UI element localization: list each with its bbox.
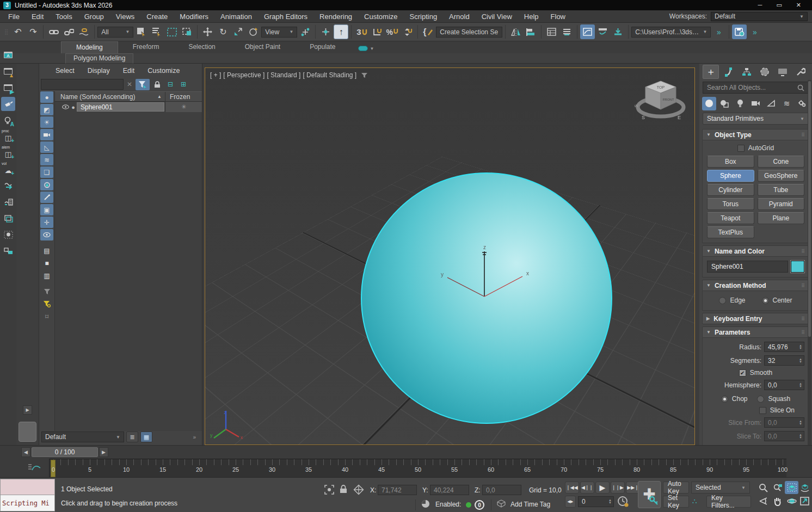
- display-cameras-icon[interactable]: [40, 129, 53, 140]
- detail-view-icon[interactable]: ▥: [40, 270, 53, 281]
- selection-lock-icon[interactable]: [340, 485, 347, 494]
- name-color-header[interactable]: ▼ Name and Color ⠿: [702, 245, 809, 257]
- autogrid-checkbox[interactable]: [737, 145, 745, 152]
- snap-toggle-3d-button[interactable]: 3: [354, 24, 369, 39]
- menu-item[interactable]: Arnold: [443, 13, 476, 21]
- restore-button[interactable]: ▭: [776, 2, 782, 9]
- spinner-snap-toggle[interactable]: [400, 24, 415, 39]
- object-type-button[interactable]: Sphere: [707, 170, 754, 182]
- explorer-menu-item[interactable]: Customize: [141, 67, 186, 75]
- add-time-tag-text[interactable]: Add Time Tag: [510, 501, 550, 508]
- material-paint-icon[interactable]: [1, 97, 15, 111]
- next-frame-button-anim[interactable]: ❘❘▶: [611, 482, 625, 494]
- zoom-icon[interactable]: [756, 481, 770, 494]
- ribbon-tab[interactable]: Selection: [174, 41, 230, 53]
- menu-item[interactable]: Views: [110, 13, 140, 21]
- edit-named-selection-sets-button[interactable]: {: [421, 24, 435, 39]
- viewcube[interactable]: TOP FRONT S E W: [635, 75, 687, 124]
- viewport-pov-menu[interactable]: [ Perspective ]: [223, 71, 264, 79]
- radius-spinner[interactable]: 45,976▲▼: [764, 342, 804, 352]
- tab-utilities[interactable]: [792, 65, 809, 79]
- x-coordinate-field[interactable]: 71,742: [378, 485, 417, 495]
- asset-browser-icon[interactable]: A: [1, 48, 15, 62]
- category-geometry-icon[interactable]: [702, 97, 716, 110]
- previous-frame-button[interactable]: ◀❘❘: [580, 482, 594, 494]
- ribbon-config-button[interactable]: ▼: [358, 46, 374, 53]
- named-selection-sets-dropdown[interactable]: Create Selection Se▼: [436, 27, 502, 38]
- object-type-button[interactable]: TextPlus: [707, 226, 754, 238]
- select-link-icon[interactable]: [46, 24, 61, 39]
- image-gallery-icon[interactable]: [1, 211, 15, 225]
- object-type-button[interactable]: Cylinder: [707, 184, 754, 196]
- search-all-objects-input[interactable]: Search All Objects...: [703, 82, 809, 94]
- parameters-header[interactable]: ▼ Parameters ⠿: [702, 326, 809, 338]
- object-type-button[interactable]: GeoSphere: [758, 170, 805, 182]
- menu-item[interactable]: Create: [140, 13, 174, 21]
- container-icon[interactable]: ⌑: [40, 311, 53, 322]
- ribbon-tab[interactable]: Populate: [295, 41, 350, 53]
- maxscript-listener-pink[interactable]: [0, 479, 55, 495]
- category-helpers-icon[interactable]: [764, 97, 778, 110]
- expand-tree-icon[interactable]: ⊟: [165, 79, 176, 90]
- proc-content-icon[interactable]: proc◫+: [1, 129, 15, 144]
- object-type-button[interactable]: Tube: [758, 184, 805, 196]
- chop-radio[interactable]: [721, 396, 728, 403]
- light-analysis-icon[interactable]: A: [1, 113, 15, 127]
- segments-spinner[interactable]: 32▲▼: [764, 355, 804, 366]
- object-type-button[interactable]: Torus: [707, 198, 754, 210]
- clear-search-icon[interactable]: ✕: [126, 81, 133, 88]
- select-and-manipulate-button[interactable]: [318, 24, 333, 39]
- explorer-menu-item[interactable]: Edit: [116, 67, 142, 75]
- export-selected-icon[interactable]: [1, 178, 15, 193]
- category-spacewarps-icon[interactable]: ≋: [780, 97, 794, 110]
- toolbar-overflow-button[interactable]: »: [711, 24, 726, 39]
- mirror-button[interactable]: [508, 24, 523, 39]
- bind-to-spacewarp-icon[interactable]: [77, 24, 91, 39]
- keyboard-entry-header[interactable]: ▶ Keyboard Entry ⠿: [702, 313, 809, 324]
- display-lights-icon[interactable]: ☀: [40, 116, 53, 128]
- zoom-all-icon[interactable]: [771, 481, 784, 494]
- filter-config-icon[interactable]: [40, 298, 53, 310]
- time-ruler[interactable]: 0510152025303540455055606570758085909510…: [49, 459, 786, 477]
- object-color-swatch[interactable]: [791, 261, 804, 273]
- category-shapes-icon[interactable]: [718, 97, 732, 110]
- key-mode-toggle[interactable]: ◀▶: [565, 496, 576, 508]
- tab-modify[interactable]: [721, 65, 737, 79]
- zoom-extents-all-icon[interactable]: [798, 481, 811, 494]
- frozen-column-header[interactable]: Frozen: [165, 92, 202, 101]
- next-frame-button[interactable]: ▶: [99, 447, 108, 457]
- display-helpers-icon[interactable]: ◺: [40, 141, 53, 153]
- keyboard-shortcut-override-toggle[interactable]: ↑: [334, 24, 348, 39]
- y-coordinate-field[interactable]: 40,224: [430, 485, 469, 495]
- menu-item[interactable]: Civil View: [476, 13, 518, 21]
- frame-counter[interactable]: 0 / 100: [32, 447, 98, 457]
- prev-frame-button[interactable]: ◀: [21, 447, 30, 457]
- reference-coordinate-dropdown[interactable]: View▼: [261, 27, 297, 38]
- maximize-viewport-toggle[interactable]: [798, 495, 811, 508]
- squash-radio[interactable]: [757, 396, 764, 403]
- select-by-name-button[interactable]: [149, 24, 164, 39]
- go-to-start-button[interactable]: ❘◀◀: [565, 482, 579, 494]
- state-sets-icon[interactable]: ▶: [1, 81, 15, 95]
- object-name-input[interactable]: Sphere001: [707, 261, 788, 273]
- grid-view-icon[interactable]: ▦: [140, 431, 152, 442]
- toggle-scene-explorer-button[interactable]: [544, 24, 559, 39]
- redo-button[interactable]: ↷: [26, 24, 40, 39]
- expand-panel-button[interactable]: ▶: [23, 405, 32, 415]
- percent-snap-toggle[interactable]: %: [385, 24, 399, 39]
- key-selection-dropdown[interactable]: Selected▼: [691, 482, 750, 494]
- viewport-shading-menu[interactable]: [ Default Shading ]: [303, 71, 356, 79]
- object-type-button[interactable]: Box: [707, 156, 754, 168]
- display-shapes-icon[interactable]: ◩: [40, 104, 53, 115]
- category-lights-icon[interactable]: [733, 97, 747, 110]
- display-influences-icon[interactable]: ✛: [40, 217, 53, 228]
- undo-button[interactable]: ↶: [10, 24, 25, 39]
- table-row[interactable]: ● Sphere001 ✳: [55, 102, 202, 112]
- field-of-view-icon[interactable]: [756, 495, 770, 508]
- explorer-filter-button[interactable]: [136, 79, 150, 90]
- unlink-icon[interactable]: [61, 24, 76, 39]
- viewport-renderer-menu[interactable]: [ Standard ]: [267, 71, 300, 79]
- viewport-general-menu[interactable]: [ + ]: [210, 71, 221, 79]
- time-configuration-icon[interactable]: [617, 496, 629, 508]
- explorer-search-input[interactable]: [41, 79, 124, 90]
